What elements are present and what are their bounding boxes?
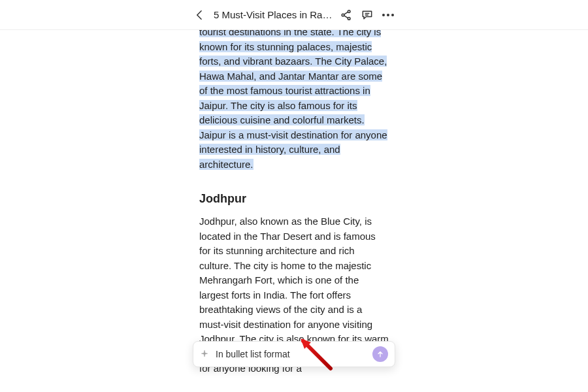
back-icon[interactable] — [193, 8, 207, 22]
content-area[interactable]: tourist destinations in the state. The c… — [0, 30, 588, 392]
send-button[interactable] — [372, 346, 388, 362]
header: 5 Must-Visit Places in Raj… — [0, 0, 588, 30]
ai-prompt-input[interactable] — [216, 349, 366, 359]
svg-line-4 — [344, 15, 348, 18]
document-body[interactable]: tourist destinations in the state. The c… — [199, 34, 389, 392]
paragraph-jaipur[interactable]: tourist destinations in the state. The c… — [199, 30, 389, 172]
heading-jodhpur[interactable]: Jodhpur — [199, 190, 389, 208]
svg-point-2 — [348, 17, 350, 20]
svg-point-1 — [348, 10, 350, 12]
more-icon[interactable] — [381, 8, 395, 22]
page-title: 5 Must-Visit Places in Raj… — [214, 9, 333, 20]
ai-prompt-bar[interactable] — [193, 341, 395, 367]
share-icon[interactable] — [339, 8, 353, 22]
selected-text[interactable]: tourist destinations in the state. The c… — [199, 30, 387, 170]
svg-line-3 — [344, 12, 348, 14]
comment-icon[interactable] — [360, 8, 374, 22]
sparkle-icon — [200, 350, 209, 359]
app-root: 5 Must-Visit Places in Raj… tourist dest… — [0, 0, 588, 392]
svg-point-0 — [342, 14, 344, 16]
